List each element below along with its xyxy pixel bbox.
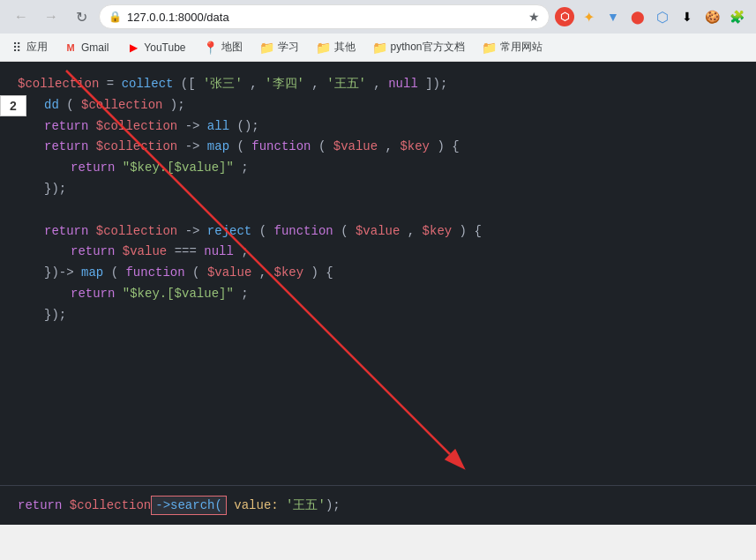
bookmarks-bar: ⠿ 应用 M Gmail ▶ YouTube 📍 地图 📁 学习 📁 其他 📁 … [0,34,756,62]
code-line-6: }); [18,179,738,200]
apps-grid-icon: ⠿ [12,41,21,55]
bookmark-study-label: 学习 [278,40,299,55]
bookmark-common[interactable]: 📁 常用网站 [475,37,550,57]
code-line-blank [18,200,738,221]
code-line-9: })-> map ( function ( $value , $key ) { [18,263,738,284]
bookmark-maps-label: 地图 [221,40,243,55]
code-line-3: return $collection -> all (); [18,116,738,138]
download-icon[interactable]: ⬇ [677,6,698,27]
lock-icon: 🔒 [109,11,122,23]
bookmark-other-label: 其他 [334,40,356,55]
ext-icon-1[interactable]: ✦ [578,6,599,27]
code-line-2: dd ( $collection ); [18,95,738,116]
youtube-icon: ▶ [126,41,140,55]
ext-stop-icon[interactable]: ⬡ [555,7,574,26]
bookmark-other[interactable]: 📁 其他 [310,37,363,57]
cookie-icon[interactable]: 🍪 [701,6,722,27]
highlighted-method: ->search( [151,496,227,515]
browser-window: ← → ↻ 🔒 127.0.0.1:8000/data ★ ⬡ ✦ ▼ ⬤ ⬡ [0,0,756,525]
code-line-8: return $value === null ; [18,242,738,263]
bookmark-common-label: 常用网站 [500,40,543,55]
bookmark-gmail[interactable]: M Gmail [56,38,116,57]
bookmark-study[interactable]: 📁 学习 [253,37,306,57]
bookmark-youtube[interactable]: ▶ YouTube [119,38,192,57]
navigation-bar: ← → ↻ 🔒 127.0.0.1:8000/data ★ ⬡ ✦ ▼ ⬤ ⬡ [0,0,756,34]
page-indicator: 2 [0,95,26,116]
code-line-5: return "$key.[$value]" ; [18,158,738,179]
folder-study-icon: 📁 [260,41,274,55]
code-line-4: return $collection -> map ( function ( $… [18,137,738,158]
bookmark-youtube-label: YouTube [144,41,185,54]
toolbar-right: ⬡ ✦ ▼ ⬤ ⬡ ⬇ 🍪 🧩 [555,6,747,27]
reload-button[interactable]: ↻ [69,4,94,29]
bottom-code-bar: return $collection ->search( value: '王五'… [0,485,756,525]
folder-common-icon: 📁 [483,41,497,55]
forward-button[interactable]: → [39,4,64,29]
apps-button[interactable]: ⠿ 应用 [7,37,53,57]
url-text: 127.0.0.1:8000/data [127,11,523,24]
ext-icon-4[interactable]: ⬡ [652,6,673,27]
bookmark-maps[interactable]: 📍 地图 [197,37,250,57]
address-bar[interactable]: 🔒 127.0.0.1:8000/data ★ [99,4,550,29]
folder-other-icon: 📁 [317,41,331,55]
code-line-11: }); [18,305,738,326]
bookmark-python[interactable]: 📁 python官方文档 [366,37,472,57]
map-icon: 📍 [204,41,218,55]
code-line-1: $collection = collect ([ '张三' , '李四' , '… [18,74,738,95]
gmail-icon: M [64,41,78,55]
ext-icon-2[interactable]: ▼ [603,6,624,27]
back-button[interactable]: ← [9,4,34,29]
code-display: $collection = collect ([ '张三' , '李四' , '… [0,62,756,485]
apps-label: 应用 [26,40,48,55]
code-line-7: return $collection -> reject ( function … [18,221,738,243]
bookmark-python-label: python官方文档 [391,40,465,55]
folder-python-icon: 📁 [373,41,387,55]
bookmark-gmail-label: Gmail [81,41,109,54]
extensions-icon[interactable]: 🧩 [726,6,747,27]
ext-icon-3[interactable]: ⬤ [627,6,648,27]
code-line-10: return "$key.[$value]" ; [18,284,738,305]
bookmark-star-icon[interactable]: ★ [528,10,540,24]
